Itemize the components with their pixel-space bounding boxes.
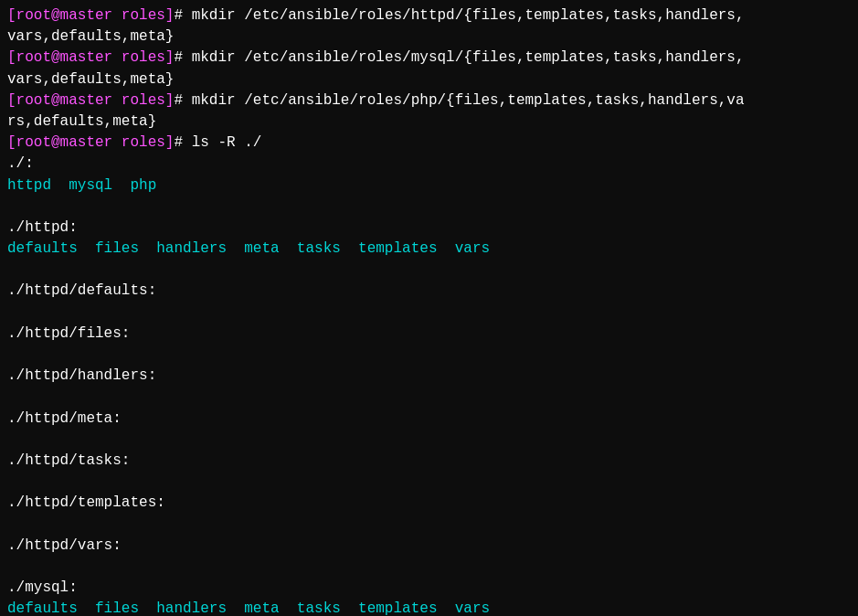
prompt: [root@master roles] (7, 92, 174, 109)
terminal-line: vars,defaults,meta} (7, 27, 851, 48)
terminal-empty-line (7, 345, 851, 366)
terminal-output-line: ./httpd/handlers: (7, 366, 851, 387)
prompt: [root@master roles] (7, 7, 174, 24)
terminal-empty-line (7, 430, 851, 451)
terminal-line: vars,defaults,meta} (7, 69, 851, 90)
terminal-output-line: ./httpd: (7, 218, 851, 239)
terminal-line: [root@master roles]# ls -R ./ (7, 133, 851, 154)
terminal-line: [root@master roles]# mkdir /etc/ansible/… (7, 48, 851, 69)
terminal-output-line: ./mysql: (7, 578, 851, 599)
terminal-output-line: ./httpd/templates: (7, 493, 851, 514)
prompt: [root@master roles] (7, 134, 174, 151)
terminal-output-line: ./httpd/meta: (7, 409, 851, 430)
terminal-output-line: httpd mysql php (7, 175, 851, 196)
terminal-empty-line (7, 557, 851, 578)
terminal-line: [root@master roles]# mkdir /etc/ansible/… (7, 5, 851, 27)
terminal-empty-line (7, 387, 851, 408)
terminal-window[interactable]: [root@master roles]# mkdir /etc/ansible/… (0, 0, 858, 616)
terminal-empty-line (7, 515, 851, 536)
terminal-output-line: ./httpd/tasks: (7, 451, 851, 472)
terminal-output-line: ./httpd/files: (7, 324, 851, 345)
terminal-line: rs,defaults,meta} (7, 112, 851, 133)
terminal-line: [root@master roles]# mkdir /etc/ansible/… (7, 90, 851, 112)
terminal-empty-line (7, 260, 851, 281)
terminal-empty-line (7, 472, 851, 493)
terminal-output-line: ./: (7, 154, 851, 175)
terminal-output-line: defaults files handlers meta tasks templ… (7, 239, 851, 260)
terminal-output-line: ./httpd/defaults: (7, 281, 851, 302)
terminal-empty-line (7, 196, 851, 218)
terminal-empty-line (7, 303, 851, 324)
prompt: [root@master roles] (7, 49, 174, 66)
terminal-output-line: defaults files handlers meta tasks templ… (7, 599, 851, 616)
terminal-output-line: ./httpd/vars: (7, 536, 851, 557)
